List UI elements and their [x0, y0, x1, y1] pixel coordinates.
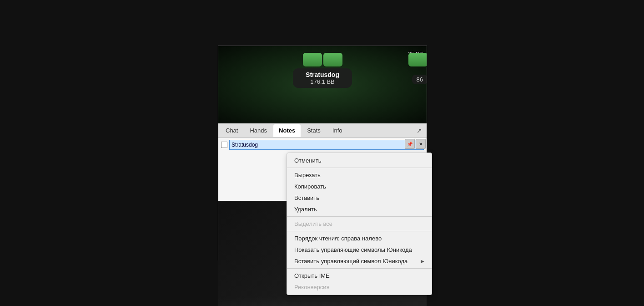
ctx-select-all: Выделить все	[287, 218, 432, 230]
ctx-copy[interactable]: Копировать	[287, 181, 432, 192]
notes-area: Отменить Вырезать Копировать Вставить Уд…	[218, 138, 427, 201]
chip-button-left[interactable]	[303, 53, 322, 66]
tab-stats[interactable]: Stats	[302, 124, 326, 137]
toolbar-btn-pin[interactable]: 📌	[405, 139, 415, 149]
tab-expand-arrow[interactable]: ↗	[414, 126, 425, 135]
ctx-reconversion: Реконверсия	[287, 281, 432, 293]
ctx-separator-3	[287, 231, 432, 231]
tabs-bar: Chat Hands Notes Stats Info ↗	[218, 123, 427, 138]
ctx-rtl[interactable]: Порядок чтения: справа налево	[287, 233, 432, 244]
chip-button-right[interactable]	[323, 53, 342, 66]
player-chips: 176.1 BB	[300, 78, 345, 85]
player-chip-display: Stratusdog 176.1 BB	[293, 53, 352, 88]
tab-chat[interactable]: Chat	[220, 124, 243, 137]
ctx-separator-4	[287, 268, 432, 269]
ctx-unicode-ctrl[interactable]: Показать управляющие символы Юникода	[287, 244, 432, 255]
ctx-insert-unicode[interactable]: Вставить управляющий символ Юникода ▶	[287, 255, 432, 267]
color-swatch[interactable]	[221, 142, 227, 148]
ctx-open-ime[interactable]: Открыть IME	[287, 270, 432, 281]
player-name: Stratusdog	[300, 71, 345, 78]
main-panel: 25 BB Stratusdog 176.1 BB 86 Chat Hands …	[218, 46, 427, 260]
notes-text-input[interactable]	[229, 140, 424, 150]
right-player-amount: 86	[412, 75, 427, 84]
tab-info[interactable]: Info	[327, 124, 348, 137]
ctx-separator-1	[287, 168, 432, 168]
right-chip-btn	[408, 53, 427, 66]
toolbar-btn-close[interactable]: ✕	[416, 139, 426, 149]
notes-input-row	[218, 138, 427, 152]
player-tooltip: Stratusdog 176.1 BB	[293, 68, 352, 88]
notes-toolbar: 📌 ✕	[404, 138, 427, 150]
game-area: 25 BB Stratusdog 176.1 BB 86	[218, 46, 427, 123]
ctx-separator-2	[287, 216, 432, 217]
tab-notes[interactable]: Notes	[273, 124, 301, 137]
right-player: 86	[408, 53, 427, 66]
ctx-paste[interactable]: Вставить	[287, 192, 432, 204]
ctx-cancel[interactable]: Отменить	[287, 155, 432, 166]
ctx-cut[interactable]: Вырезать	[287, 169, 432, 181]
tab-hands[interactable]: Hands	[244, 124, 272, 137]
ctx-delete[interactable]: Удалить	[287, 204, 432, 215]
context-menu: Отменить Вырезать Копировать Вставить Уд…	[287, 153, 432, 295]
submenu-arrow-icon: ▶	[421, 259, 424, 264]
chip-buttons	[303, 53, 342, 66]
